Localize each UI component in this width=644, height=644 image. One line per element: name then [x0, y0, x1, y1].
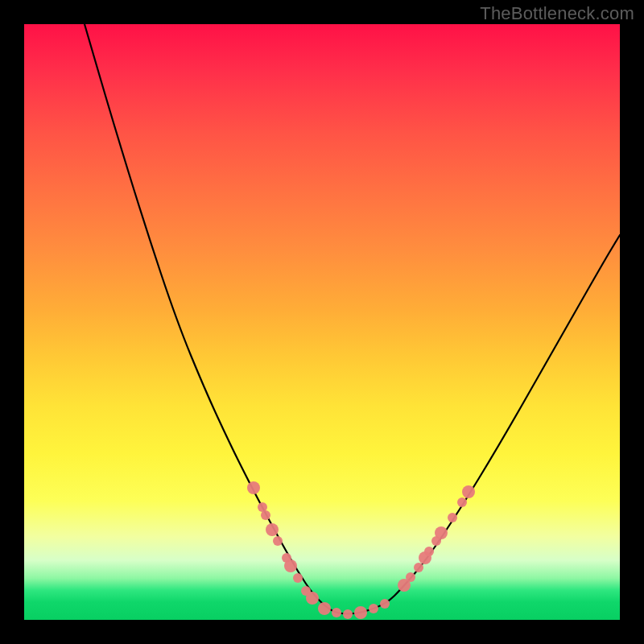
svg-point-10 — [318, 602, 331, 615]
svg-point-9 — [306, 592, 319, 605]
svg-point-12 — [343, 609, 353, 619]
svg-point-22 — [435, 526, 448, 539]
svg-point-24 — [457, 497, 467, 507]
svg-point-14 — [369, 604, 378, 613]
marker-dots — [247, 481, 475, 619]
bottleneck-curve — [85, 24, 620, 613]
svg-point-0 — [247, 481, 260, 494]
svg-point-2 — [261, 510, 270, 520]
svg-point-6 — [284, 559, 297, 572]
svg-point-15 — [380, 599, 390, 609]
svg-point-20 — [424, 547, 434, 556]
curve-layer — [24, 24, 620, 620]
svg-point-18 — [414, 563, 423, 572]
svg-point-3 — [266, 523, 279, 536]
svg-point-11 — [332, 608, 341, 617]
svg-point-25 — [462, 485, 475, 498]
plot-area — [24, 24, 620, 620]
svg-point-7 — [293, 573, 303, 583]
chart-frame: TheBottleneck.com — [0, 0, 644, 644]
svg-point-4 — [273, 536, 283, 546]
watermark-text: TheBottleneck.com — [480, 3, 634, 24]
svg-point-23 — [448, 513, 457, 522]
svg-point-13 — [354, 606, 367, 619]
svg-point-17 — [406, 572, 415, 582]
